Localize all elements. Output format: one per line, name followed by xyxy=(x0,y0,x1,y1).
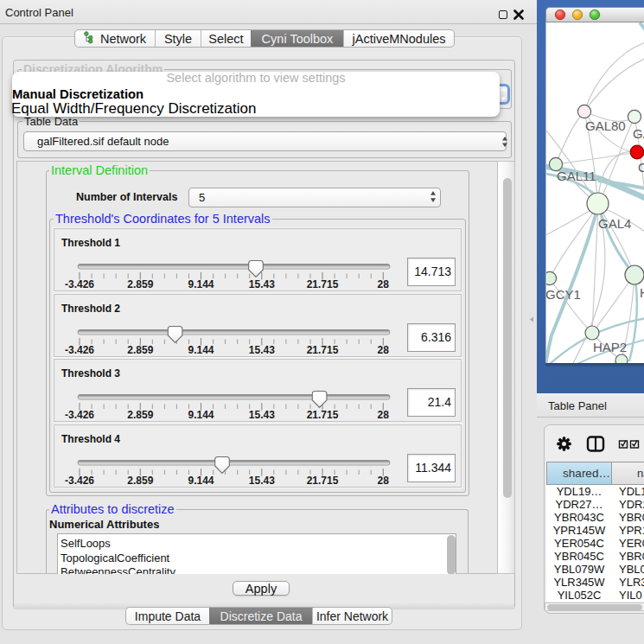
svg-text:21.715: 21.715 xyxy=(307,475,339,487)
svg-text:CRP1: CRP1 xyxy=(638,160,644,175)
svg-text:9.144: 9.144 xyxy=(188,278,214,290)
svg-text:-3.426: -3.426 xyxy=(65,475,94,487)
svg-text:HAP2: HAP2 xyxy=(593,340,627,354)
svg-text:21.715: 21.715 xyxy=(307,409,339,421)
svg-text:28: 28 xyxy=(378,475,390,487)
svg-text:15.43: 15.43 xyxy=(249,475,275,487)
svg-text:GAL11: GAL11 xyxy=(557,169,596,183)
svg-text:9.144: 9.144 xyxy=(188,344,214,356)
svg-text:9.144: 9.144 xyxy=(188,409,214,421)
svg-text:GAL4: GAL4 xyxy=(598,216,631,231)
svg-text:GCY1: GCY1 xyxy=(546,287,581,302)
svg-text:15.43: 15.43 xyxy=(249,278,275,290)
svg-text:2.859: 2.859 xyxy=(127,475,153,487)
svg-text:-3.426: -3.426 xyxy=(65,278,94,290)
svg-text:2.859: 2.859 xyxy=(127,278,153,290)
svg-text:28: 28 xyxy=(378,409,390,421)
svg-text:2.859: 2.859 xyxy=(127,344,153,356)
svg-text:28: 28 xyxy=(378,344,390,356)
svg-text:HIS4: HIS4 xyxy=(640,285,644,300)
svg-text:GAL80: GAL80 xyxy=(585,118,626,133)
svg-text:2.859: 2.859 xyxy=(127,409,153,421)
svg-text:15.43: 15.43 xyxy=(249,409,275,421)
svg-text:GAL4: GAL4 xyxy=(633,126,644,141)
svg-text:21.715: 21.715 xyxy=(307,278,339,290)
svg-text:9.144: 9.144 xyxy=(188,475,214,487)
svg-text:21.715: 21.715 xyxy=(307,344,339,356)
svg-text:-3.426: -3.426 xyxy=(65,344,94,356)
svg-text:15.43: 15.43 xyxy=(249,344,275,356)
svg-text:-3.426: -3.426 xyxy=(65,409,94,421)
svg-text:28: 28 xyxy=(378,278,390,290)
